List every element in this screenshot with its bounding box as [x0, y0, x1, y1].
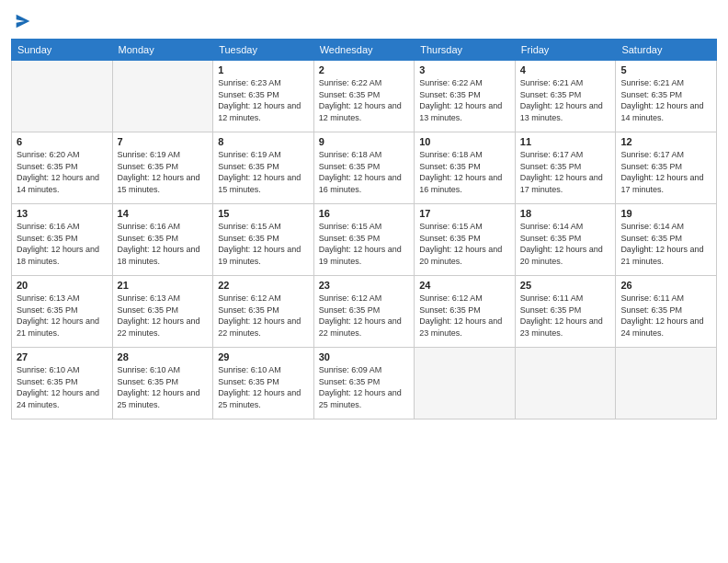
day-number: 22	[218, 280, 309, 291]
weekday-header-friday: Friday	[515, 40, 616, 61]
day-number: 29	[218, 351, 309, 362]
day-number: 20	[17, 280, 108, 291]
day-number: 5	[620, 64, 711, 75]
calendar-cell: 15Sunrise: 6:15 AMSunset: 6:35 PMDayligh…	[213, 204, 314, 276]
day-info: Sunrise: 6:13 AMSunset: 6:35 PMDaylight:…	[17, 293, 108, 339]
day-number: 1	[218, 64, 309, 75]
day-info: Sunrise: 6:16 AMSunset: 6:35 PMDaylight:…	[118, 221, 209, 267]
day-number: 10	[419, 136, 510, 147]
day-number: 30	[319, 351, 410, 362]
calendar-cell: 7Sunrise: 6:19 AMSunset: 6:35 PMDaylight…	[112, 132, 213, 204]
calendar-cell: 30Sunrise: 6:09 AMSunset: 6:35 PMDayligh…	[313, 348, 415, 419]
day-number: 13	[17, 208, 108, 219]
day-info: Sunrise: 6:16 AMSunset: 6:35 PMDaylight:…	[17, 221, 108, 267]
day-number: 2	[319, 64, 410, 75]
calendar-week-4: 20Sunrise: 6:13 AMSunset: 6:35 PMDayligh…	[12, 276, 717, 348]
day-number: 3	[419, 64, 510, 75]
day-number: 16	[319, 208, 410, 219]
day-number: 21	[118, 280, 209, 291]
calendar-table: SundayMondayTuesdayWednesdayThursdayFrid…	[11, 39, 717, 419]
calendar-cell	[112, 61, 213, 132]
day-number: 27	[17, 351, 108, 362]
day-info: Sunrise: 6:19 AMSunset: 6:35 PMDaylight:…	[218, 149, 309, 195]
day-number: 25	[520, 280, 611, 291]
day-info: Sunrise: 6:10 AMSunset: 6:35 PMDaylight:…	[17, 364, 108, 410]
weekday-header-row: SundayMondayTuesdayWednesdayThursdayFrid…	[12, 40, 717, 61]
calendar-cell: 23Sunrise: 6:12 AMSunset: 6:35 PMDayligh…	[313, 276, 415, 348]
day-info: Sunrise: 6:18 AMSunset: 6:35 PMDaylight:…	[419, 149, 510, 195]
calendar-cell: 10Sunrise: 6:18 AMSunset: 6:35 PMDayligh…	[415, 132, 516, 204]
calendar-cell: 5Sunrise: 6:21 AMSunset: 6:35 PMDaylight…	[616, 61, 717, 132]
day-number: 9	[319, 136, 410, 147]
header	[11, 9, 717, 31]
calendar-week-5: 27Sunrise: 6:10 AMSunset: 6:35 PMDayligh…	[12, 348, 717, 419]
calendar-cell: 18Sunrise: 6:14 AMSunset: 6:35 PMDayligh…	[515, 204, 616, 276]
day-info: Sunrise: 6:19 AMSunset: 6:35 PMDaylight:…	[118, 149, 209, 195]
day-number: 7	[118, 136, 209, 147]
calendar-cell: 29Sunrise: 6:10 AMSunset: 6:35 PMDayligh…	[213, 348, 314, 419]
calendar-cell: 28Sunrise: 6:10 AMSunset: 6:35 PMDayligh…	[112, 348, 213, 419]
day-info: Sunrise: 6:14 AMSunset: 6:35 PMDaylight:…	[520, 221, 611, 267]
calendar-cell: 3Sunrise: 6:22 AMSunset: 6:35 PMDaylight…	[415, 61, 516, 132]
day-info: Sunrise: 6:17 AMSunset: 6:35 PMDaylight:…	[520, 149, 611, 195]
day-info: Sunrise: 6:12 AMSunset: 6:35 PMDaylight:…	[419, 293, 510, 339]
day-number: 6	[17, 136, 108, 147]
day-number: 12	[620, 136, 711, 147]
calendar-cell: 26Sunrise: 6:11 AMSunset: 6:35 PMDayligh…	[616, 276, 717, 348]
day-info: Sunrise: 6:18 AMSunset: 6:35 PMDaylight:…	[319, 149, 410, 195]
calendar-cell: 22Sunrise: 6:12 AMSunset: 6:35 PMDayligh…	[213, 276, 314, 348]
day-info: Sunrise: 6:21 AMSunset: 6:35 PMDaylight:…	[620, 77, 711, 123]
calendar-cell: 4Sunrise: 6:21 AMSunset: 6:35 PMDaylight…	[515, 61, 616, 132]
day-info: Sunrise: 6:15 AMSunset: 6:35 PMDaylight:…	[419, 221, 510, 267]
day-number: 24	[419, 280, 510, 291]
logo-icon	[13, 11, 33, 31]
day-number: 19	[620, 208, 711, 219]
day-info: Sunrise: 6:13 AMSunset: 6:35 PMDaylight:…	[118, 293, 209, 339]
weekday-header-monday: Monday	[112, 40, 213, 61]
calendar-cell: 11Sunrise: 6:17 AMSunset: 6:35 PMDayligh…	[515, 132, 616, 204]
calendar-cell: 24Sunrise: 6:12 AMSunset: 6:35 PMDayligh…	[415, 276, 516, 348]
day-info: Sunrise: 6:09 AMSunset: 6:35 PMDaylight:…	[319, 364, 410, 410]
day-number: 18	[520, 208, 611, 219]
day-info: Sunrise: 6:15 AMSunset: 6:35 PMDaylight:…	[218, 221, 309, 267]
day-number: 23	[319, 280, 410, 291]
day-number: 8	[218, 136, 309, 147]
weekday-header-sunday: Sunday	[12, 40, 113, 61]
day-info: Sunrise: 6:10 AMSunset: 6:35 PMDaylight:…	[118, 364, 209, 410]
calendar-cell	[415, 348, 516, 419]
calendar-cell: 27Sunrise: 6:10 AMSunset: 6:35 PMDayligh…	[12, 348, 113, 419]
day-info: Sunrise: 6:11 AMSunset: 6:35 PMDaylight:…	[520, 293, 611, 339]
day-number: 4	[520, 64, 611, 75]
day-number: 15	[218, 208, 309, 219]
day-info: Sunrise: 6:21 AMSunset: 6:35 PMDaylight:…	[520, 77, 611, 123]
day-info: Sunrise: 6:12 AMSunset: 6:35 PMDaylight:…	[319, 293, 410, 339]
calendar-cell: 6Sunrise: 6:20 AMSunset: 6:35 PMDaylight…	[12, 132, 113, 204]
weekday-header-wednesday: Wednesday	[313, 40, 415, 61]
calendar-cell: 9Sunrise: 6:18 AMSunset: 6:35 PMDaylight…	[313, 132, 415, 204]
day-info: Sunrise: 6:22 AMSunset: 6:35 PMDaylight:…	[319, 77, 410, 123]
day-number: 28	[118, 351, 209, 362]
calendar-cell: 2Sunrise: 6:22 AMSunset: 6:35 PMDaylight…	[313, 61, 415, 132]
calendar-cell: 25Sunrise: 6:11 AMSunset: 6:35 PMDayligh…	[515, 276, 616, 348]
svg-marker-0	[17, 15, 30, 29]
day-info: Sunrise: 6:17 AMSunset: 6:35 PMDaylight:…	[620, 149, 711, 195]
day-info: Sunrise: 6:20 AMSunset: 6:35 PMDaylight:…	[17, 149, 108, 195]
weekday-header-saturday: Saturday	[616, 40, 717, 61]
page: SundayMondayTuesdayWednesdayThursdayFrid…	[0, 0, 728, 563]
weekday-header-tuesday: Tuesday	[213, 40, 314, 61]
calendar-cell: 1Sunrise: 6:23 AMSunset: 6:35 PMDaylight…	[213, 61, 314, 132]
calendar-cell: 12Sunrise: 6:17 AMSunset: 6:35 PMDayligh…	[616, 132, 717, 204]
calendar-week-1: 1Sunrise: 6:23 AMSunset: 6:35 PMDaylight…	[12, 61, 717, 132]
day-number: 14	[118, 208, 209, 219]
calendar-cell: 8Sunrise: 6:19 AMSunset: 6:35 PMDaylight…	[213, 132, 314, 204]
calendar-cell: 21Sunrise: 6:13 AMSunset: 6:35 PMDayligh…	[112, 276, 213, 348]
day-info: Sunrise: 6:23 AMSunset: 6:35 PMDaylight:…	[218, 77, 309, 123]
logo	[11, 9, 33, 31]
calendar-cell: 20Sunrise: 6:13 AMSunset: 6:35 PMDayligh…	[12, 276, 113, 348]
day-number: 17	[419, 208, 510, 219]
day-info: Sunrise: 6:11 AMSunset: 6:35 PMDaylight:…	[620, 293, 711, 339]
calendar-week-2: 6Sunrise: 6:20 AMSunset: 6:35 PMDaylight…	[12, 132, 717, 204]
calendar-cell	[515, 348, 616, 419]
calendar-cell	[616, 348, 717, 419]
calendar-cell	[12, 61, 113, 132]
